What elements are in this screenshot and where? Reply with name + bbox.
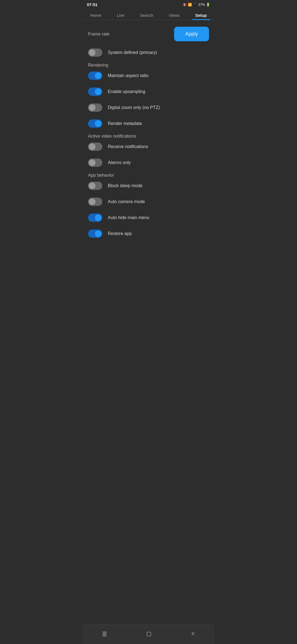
toggle-maintain-aspect-label: Maintain aspect ratio [108, 73, 148, 78]
toggle-restore-app: Restore app [88, 226, 209, 242]
toggle-receive-notifications-label: Receive notifications [108, 144, 148, 149]
toggle-maintain-aspect-switch[interactable] [88, 72, 102, 80]
toggle-thumb [89, 143, 95, 150]
toggle-receive-notifications: Receive notifications [88, 139, 209, 155]
signal-icon: 📱 [193, 3, 197, 7]
frame-rate-title: Frame rate [88, 30, 109, 38]
toggle-thumb [89, 182, 95, 189]
toggle-system-defined-label: System defined (primary) [108, 50, 157, 55]
toggle-thumb [95, 120, 101, 127]
toggle-thumb [89, 49, 95, 56]
toggle-restore-app-label: Restore app [108, 231, 132, 236]
toggle-upsampling-label: Enable upsampling [108, 89, 145, 94]
toggle-digital-zoom-label: Digital zoom only (no PTZ) [108, 105, 160, 110]
toggle-auto-hide-menu: Auto hide main menu [88, 210, 209, 226]
rendering-section: Rendering Maintain aspect ratio Enable u… [88, 63, 209, 132]
toggle-auto-camera-switch[interactable] [88, 198, 102, 206]
toggle-auto-hide-menu-switch[interactable] [88, 214, 102, 222]
status-icons: 🔇 📶 📱 37% 🔋 [183, 3, 210, 7]
toggle-restore-app-switch[interactable] [88, 230, 102, 238]
toggle-block-sleep: Block sleep mode [88, 178, 209, 194]
toggle-receive-notifications-switch[interactable] [88, 143, 102, 151]
toggle-digital-zoom: Digital zoom only (no PTZ) [88, 100, 209, 116]
toggle-thumb [95, 214, 101, 221]
nav-views[interactable]: Views [165, 11, 183, 20]
toggle-upsampling-switch[interactable] [88, 88, 102, 96]
nav-bar: Home Live Search Views Setup [82, 8, 215, 20]
toggle-upsampling: Enable upsampling [88, 84, 209, 100]
battery-text: 37% [198, 3, 205, 7]
home-button[interactable]: ▢ [141, 629, 157, 638]
rendering-title: Rendering [88, 61, 108, 69]
app-behavior-title: App behavior [88, 171, 114, 179]
nav-search[interactable]: Search [137, 11, 156, 20]
toggle-alarms-only-label: Alarms only [108, 160, 131, 165]
toggle-auto-camera: Auto camera mode [88, 194, 209, 210]
main-content: Frame rate Apply System defined (primary… [82, 20, 215, 624]
toggle-render-metadata-label: Render metadata [108, 121, 142, 126]
status-bar: 07:51 🔇 📶 📱 37% 🔋 [82, 0, 215, 8]
nav-live[interactable]: Live [114, 11, 128, 20]
frame-rate-section: Frame rate Apply System defined (primary… [88, 27, 209, 61]
toggle-render-metadata: Render metadata [88, 116, 209, 132]
toggle-alarms-only: Alarms only [88, 155, 209, 171]
toggle-block-sleep-switch[interactable] [88, 182, 102, 190]
nav-home[interactable]: Home [87, 11, 105, 20]
frame-rate-header-row: Frame rate Apply [88, 27, 209, 41]
wifi-icon: 📶 [188, 3, 192, 7]
back-button[interactable]: < [186, 629, 200, 638]
bottom-nav: ||| ▢ < [82, 624, 215, 644]
mute-icon: 🔇 [183, 3, 187, 7]
nav-setup[interactable]: Setup [192, 11, 210, 20]
recent-apps-button[interactable]: ||| [97, 629, 112, 638]
status-time: 07:51 [87, 2, 97, 7]
toggle-digital-zoom-switch[interactable] [88, 103, 102, 112]
toggle-auto-hide-menu-label: Auto hide main menu [108, 215, 149, 220]
toggle-block-sleep-label: Block sleep mode [108, 183, 142, 188]
toggle-alarms-only-switch[interactable] [88, 159, 102, 167]
toggle-render-metadata-switch[interactable] [88, 119, 102, 128]
app-behavior-section: App behavior Block sleep mode Auto camer… [88, 173, 209, 242]
toggle-thumb [95, 88, 101, 95]
toggle-thumb [95, 72, 101, 79]
apply-button[interactable]: Apply [174, 27, 209, 41]
notifications-section: Active video notifications Receive notif… [88, 134, 209, 171]
toggle-system-defined-switch[interactable] [88, 48, 102, 57]
toggle-thumb [95, 230, 101, 237]
toggle-thumb [89, 198, 95, 205]
notifications-title: Active video notifications [88, 132, 136, 140]
toggle-thumb [89, 104, 95, 111]
toggle-auto-camera-label: Auto camera mode [108, 199, 145, 204]
toggle-thumb [89, 159, 95, 166]
battery-icon: 🔋 [206, 3, 210, 7]
toggle-system-defined: System defined (primary) [88, 45, 209, 61]
toggle-maintain-aspect: Maintain aspect ratio [88, 68, 209, 84]
